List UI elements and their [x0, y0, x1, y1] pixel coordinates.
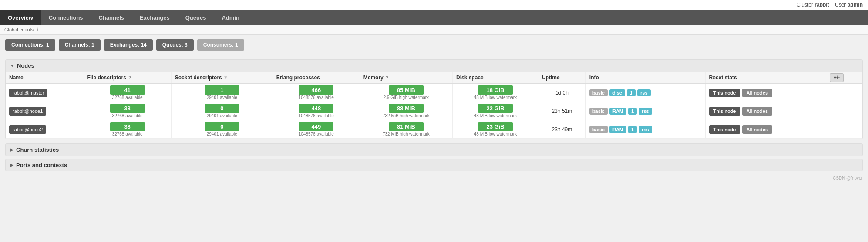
- info-tag-rss[interactable]: rss: [639, 108, 652, 115]
- churn-section: ▶ Churn statistics: [5, 143, 863, 156]
- col-info: Info: [585, 72, 705, 84]
- erlang-processes-value: 449: [299, 122, 333, 131]
- table-row: rabbit@node23832768 available029401 avai…: [6, 120, 862, 139]
- info-cell: basicRAM1rss: [585, 102, 705, 120]
- info-tag-rss[interactable]: rss: [639, 126, 652, 133]
- disk-space-sub: 48 MiB low watermark: [456, 132, 535, 136]
- memory-value: 81 MiB: [389, 122, 424, 131]
- col-plusminus: +/-: [826, 72, 862, 84]
- uptime-cell: 23h 49m: [538, 120, 586, 139]
- reset-stats-cell: This nodeAll nodes: [705, 84, 826, 102]
- row-extra-cell: [826, 102, 862, 120]
- info-tag-basic[interactable]: basic: [589, 126, 608, 133]
- socket-desc-help-icon[interactable]: ?: [224, 75, 227, 80]
- node-name-badge[interactable]: rabbit@node2: [9, 125, 46, 134]
- row-extra-cell: [826, 120, 862, 139]
- node-name-badge[interactable]: rabbit@node1: [9, 107, 46, 116]
- bottom-credit: CSDN @fnover: [0, 174, 868, 182]
- erlang-processes-sub: 1048576 available: [276, 95, 356, 100]
- this-node-button[interactable]: This node: [709, 125, 740, 134]
- churn-section-title: Churn statistics: [16, 147, 59, 153]
- node-name-badge[interactable]: rabbit@master: [9, 89, 47, 97]
- disk-space-value: 18 GiB: [478, 85, 513, 95]
- memory-sub: 732 MiB high watermark: [363, 132, 449, 136]
- all-nodes-button[interactable]: All nodes: [742, 125, 773, 134]
- ports-section-header[interactable]: ▶ Ports and contexts: [5, 159, 863, 171]
- col-erlang: Erlang processes: [273, 72, 360, 84]
- nav-admin[interactable]: Admin: [214, 10, 247, 25]
- file-desc-help-icon[interactable]: ?: [128, 75, 131, 80]
- info-tag-ram[interactable]: RAM: [609, 126, 626, 133]
- info-tag-num[interactable]: 1: [627, 89, 636, 96]
- socket-descriptors-sub: 29401 available: [175, 113, 269, 118]
- socket-descriptors-cell: 129401 available: [171, 84, 273, 102]
- reset-stats-cell: This nodeAll nodes: [705, 120, 826, 139]
- global-counts-label: Global counts: [4, 27, 34, 32]
- nav-exchanges[interactable]: Exchanges: [132, 10, 178, 25]
- file-descriptors-value: 38: [110, 122, 145, 131]
- this-node-button[interactable]: This node: [709, 107, 740, 116]
- info-tag-num[interactable]: 1: [628, 126, 637, 133]
- socket-descriptors-sub: 29401 available: [175, 132, 269, 136]
- table-row: rabbit@node13832768 available029401 avai…: [6, 102, 862, 120]
- file-descriptors-sub: 32768 available: [87, 95, 168, 100]
- disk-space-value: 23 GiB: [478, 122, 513, 131]
- nav-bar: Overview Connections Channels Exchanges …: [0, 10, 868, 25]
- file-descriptors-cell: 3832768 available: [84, 120, 171, 139]
- socket-descriptors-value: 1: [205, 85, 239, 95]
- disk-space-value: 22 GiB: [478, 104, 513, 113]
- uptime-cell: 23h 51m: [538, 102, 586, 120]
- nav-queues[interactable]: Queues: [178, 10, 214, 25]
- info-tag-basic[interactable]: basic: [589, 89, 608, 96]
- exchanges-badge[interactable]: Exchanges: 14: [104, 39, 153, 51]
- memory-cell: 88 MiB732 MiB high watermark: [360, 102, 452, 120]
- user-name: admin: [848, 2, 863, 8]
- memory-cell: 85 MiB2.9 GiB high watermark: [360, 84, 452, 102]
- memory-cell: 81 MiB732 MiB high watermark: [360, 120, 452, 139]
- erlang-processes-value: 466: [299, 85, 333, 95]
- nav-channels[interactable]: Channels: [91, 10, 132, 25]
- socket-descriptors-sub: 29401 available: [175, 95, 269, 100]
- nodes-table: Name File descriptors ? Socket descripto…: [6, 72, 862, 139]
- queues-badge[interactable]: Queues: 3: [156, 39, 194, 51]
- memory-help-icon[interactable]: ?: [386, 75, 388, 80]
- ports-section: ▶ Ports and contexts: [5, 159, 863, 171]
- all-nodes-button[interactable]: All nodes: [742, 107, 773, 116]
- nodes-collapse-icon: ▼: [10, 63, 14, 68]
- channels-badge[interactable]: Channels: 1: [59, 39, 101, 51]
- nodes-section: ▼ Nodes Name File descriptors ? Socket d…: [5, 59, 863, 139]
- erlang-processes-cell: 4491048576 available: [273, 120, 360, 139]
- info-tag-basic[interactable]: basic: [589, 108, 608, 115]
- info-cell: basicdisc1rss: [585, 84, 705, 102]
- file-descriptors-cell: 4132768 available: [84, 84, 171, 102]
- file-descriptors-value: 41: [110, 85, 145, 95]
- col-name: Name: [6, 72, 84, 84]
- consumers-badge[interactable]: Consumers: 1: [197, 39, 244, 51]
- connections-badge[interactable]: Connections: 1: [5, 39, 55, 51]
- global-counts-help: ℹ: [37, 27, 38, 32]
- nav-connections[interactable]: Connections: [41, 10, 91, 25]
- info-tag-disc[interactable]: disc: [609, 89, 625, 96]
- socket-descriptors-cell: 029401 available: [171, 120, 273, 139]
- uptime-cell: 1d 0h: [538, 84, 586, 102]
- plus-minus-btn[interactable]: +/-: [830, 73, 844, 82]
- all-nodes-button[interactable]: All nodes: [742, 89, 773, 97]
- info-tag-num[interactable]: 1: [628, 108, 637, 115]
- table-row: rabbit@master4132768 available129401 ava…: [6, 84, 862, 102]
- info-tag-rss[interactable]: rss: [637, 89, 651, 96]
- node-name-cell: rabbit@node2: [6, 120, 84, 139]
- nodes-section-header[interactable]: ▼ Nodes: [6, 60, 862, 72]
- file-descriptors-cell: 3832768 available: [84, 102, 171, 120]
- col-disk: Disk space: [452, 72, 538, 84]
- nav-overview[interactable]: Overview: [0, 10, 41, 25]
- global-counts-bar: Global counts ℹ: [0, 25, 868, 35]
- col-reset: Reset stats: [705, 72, 826, 84]
- reset-stats-cell: This nodeAll nodes: [705, 102, 826, 120]
- disk-space-sub: 48 MiB low watermark: [456, 95, 535, 100]
- info-tag-ram[interactable]: RAM: [609, 108, 626, 115]
- disk-space-cell: 18 GiB48 MiB low watermark: [452, 84, 538, 102]
- this-node-button[interactable]: This node: [709, 89, 740, 97]
- churn-collapse-icon: ▶: [10, 147, 13, 152]
- churn-section-header[interactable]: ▶ Churn statistics: [5, 143, 863, 156]
- erlang-processes-cell: 4481048576 available: [273, 102, 360, 120]
